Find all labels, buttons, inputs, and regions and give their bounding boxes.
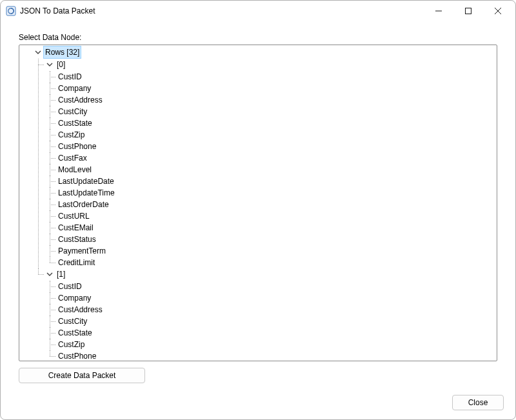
- tree-node-label[interactable]: CustStatus: [57, 234, 97, 245]
- maximize-button[interactable]: [453, 1, 483, 21]
- tree-node-label[interactable]: CustPhone: [57, 350, 97, 361]
- tree-node-label[interactable]: LastUpdateDate: [57, 175, 115, 187]
- chevron-down-icon[interactable]: [45, 270, 54, 279]
- tree-leaf[interactable]: Company: [45, 292, 495, 304]
- tree-node-label[interactable]: Rows [32]: [44, 46, 81, 58]
- tree-node[interactable]: [0]CustIDCompanyCustAddressCustCityCustS…: [34, 59, 495, 268]
- tree-node-label[interactable]: CustZip: [57, 339, 86, 350]
- tree-container: Rows [32][0]CustIDCompanyCustAddressCust…: [19, 45, 497, 361]
- tree-node-root[interactable]: Rows [32][0]CustIDCompanyCustAddressCust…: [22, 46, 495, 361]
- tree-node-label[interactable]: CustCity: [57, 315, 88, 327]
- tree-node-label[interactable]: CustID: [57, 71, 83, 83]
- tree-leaf[interactable]: CustEMail: [45, 222, 495, 234]
- tree-leaf[interactable]: CustPhone: [45, 350, 495, 361]
- tree-node-label[interactable]: [0]: [55, 59, 66, 70]
- tree-leaf[interactable]: CustZip: [45, 339, 495, 350]
- tree-leaf[interactable]: CustState: [45, 117, 495, 129]
- tree-node-label[interactable]: CustCity: [57, 106, 88, 117]
- tree-leaf[interactable]: LastUpdateTime: [45, 187, 495, 199]
- tree-node-label[interactable]: LastOrderDate: [57, 199, 110, 210]
- tree-node-label[interactable]: Company: [57, 292, 92, 304]
- tree-node-label[interactable]: CustState: [57, 327, 94, 339]
- chevron-down-icon[interactable]: [45, 60, 54, 69]
- tree-leaf[interactable]: LastUpdateDate: [45, 175, 495, 187]
- app-icon: [6, 6, 16, 16]
- select-node-label: Select Data Node:: [19, 33, 497, 42]
- tree-scroll[interactable]: Rows [32][0]CustIDCompanyCustAddressCust…: [19, 45, 497, 361]
- tree-leaf[interactable]: CreditLimit: [45, 257, 495, 268]
- tree-leaf[interactable]: CustAddress: [45, 304, 495, 315]
- close-dialog-button[interactable]: Close: [452, 395, 504, 410]
- tree-leaf[interactable]: CustCity: [45, 315, 495, 327]
- tree-node-label[interactable]: CustAddress: [57, 304, 104, 315]
- tree-leaf[interactable]: CustCity: [45, 106, 495, 117]
- footer: Close: [1, 390, 515, 419]
- window-frame: JSON To Data Packet Select Data Node: Ro…: [0, 0, 516, 420]
- tree-node-label[interactable]: CustZip: [57, 129, 86, 141]
- button-row: Create Data Packet: [19, 361, 497, 383]
- tree-node-label[interactable]: CustPhone: [57, 141, 97, 152]
- tree-leaf[interactable]: CustID: [45, 281, 495, 292]
- tree-node-label[interactable]: CustEMail: [57, 222, 95, 234]
- tree-node-label[interactable]: CustState: [57, 117, 94, 129]
- window-title: JSON To Data Packet: [20, 6, 95, 15]
- svg-rect-2: [466, 8, 471, 14]
- tree-node[interactable]: [1]CustIDCompanyCustAddressCustCityCustS…: [34, 268, 495, 361]
- tree-node-label[interactable]: [1]: [55, 268, 66, 280]
- tree-leaf[interactable]: CustAddress: [45, 94, 495, 106]
- tree-leaf[interactable]: CustFax: [45, 152, 495, 164]
- tree-node-label[interactable]: ModLevel: [57, 164, 93, 175]
- tree-leaf[interactable]: CustPhone: [45, 141, 495, 152]
- minimize-button[interactable]: [424, 1, 453, 21]
- tree-leaf[interactable]: CustURL: [45, 210, 495, 222]
- tree-leaf[interactable]: CustZip: [45, 129, 495, 141]
- tree-leaf[interactable]: CustState: [45, 327, 495, 339]
- tree-node-label[interactable]: CustURL: [57, 210, 91, 222]
- tree-node-label[interactable]: CustFax: [57, 152, 88, 164]
- tree-leaf[interactable]: CustID: [45, 71, 495, 83]
- svg-rect-0: [6, 6, 15, 15]
- tree-node-label[interactable]: LastUpdateTime: [57, 187, 116, 199]
- tree-leaf[interactable]: LastOrderDate: [45, 199, 495, 210]
- tree-node-label[interactable]: Company: [57, 83, 92, 94]
- tree-node-label[interactable]: CustID: [57, 281, 83, 292]
- tree-node-label[interactable]: CustAddress: [57, 94, 104, 106]
- chevron-down-icon[interactable]: [34, 48, 43, 57]
- content-area: Select Data Node: Rows [32][0]CustIDComp…: [1, 21, 515, 390]
- titlebar: JSON To Data Packet: [1, 1, 515, 21]
- tree-leaf[interactable]: PaymentTerm: [45, 245, 495, 257]
- tree-leaf[interactable]: ModLevel: [45, 164, 495, 175]
- tree-node-label[interactable]: CreditLimit: [57, 257, 96, 268]
- tree-node-label[interactable]: PaymentTerm: [57, 245, 107, 257]
- tree-leaf[interactable]: Company: [45, 83, 495, 94]
- tree-leaf[interactable]: CustStatus: [45, 234, 495, 245]
- close-button[interactable]: [483, 1, 513, 21]
- create-data-packet-button[interactable]: Create Data Packet: [19, 368, 145, 383]
